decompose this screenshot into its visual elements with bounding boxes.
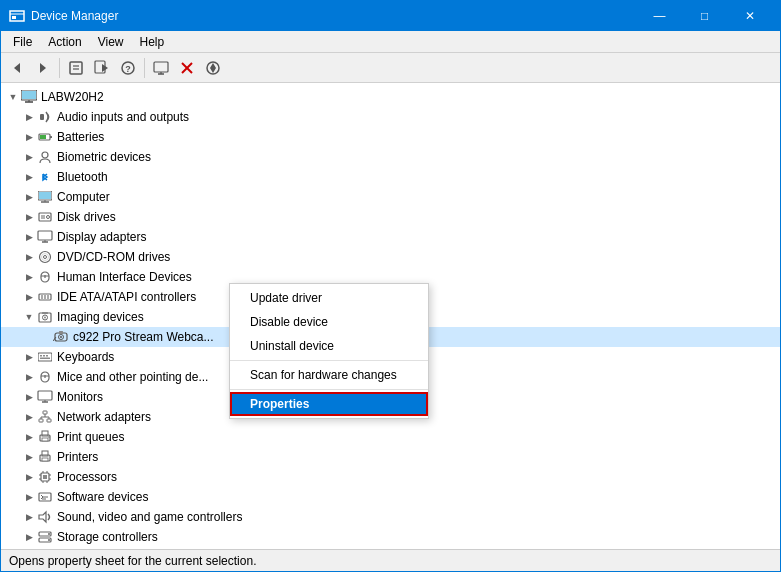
tree-item-batteries[interactable]: ▶ Batteries xyxy=(1,127,780,147)
batteries-label: Batteries xyxy=(57,130,104,144)
batteries-expand-icon: ▶ xyxy=(21,129,37,145)
svg-marker-4 xyxy=(40,63,46,73)
tree-view[interactable]: ▼ LABW20H2 ▶ xyxy=(1,83,780,549)
menu-view[interactable]: View xyxy=(90,33,132,51)
svg-rect-48 xyxy=(47,295,49,299)
close-button[interactable]: ✕ xyxy=(727,1,772,31)
svg-point-33 xyxy=(47,216,50,219)
svg-point-99 xyxy=(48,533,50,535)
context-menu-separator-2 xyxy=(230,389,428,390)
svg-point-100 xyxy=(48,539,50,541)
computer-expand-icon: ▶ xyxy=(21,189,37,205)
webcam-icon xyxy=(53,329,69,345)
keyboards-expand-icon: ▶ xyxy=(21,349,37,365)
print-expand-icon: ▶ xyxy=(21,429,37,445)
context-menu-update[interactable]: Update driver xyxy=(230,286,428,310)
window-title: Device Manager xyxy=(31,9,118,23)
svg-rect-12 xyxy=(154,62,168,72)
maximize-button[interactable]: □ xyxy=(682,1,727,31)
hid-icon xyxy=(37,269,53,285)
menu-action[interactable]: Action xyxy=(40,33,89,51)
biometric-expand-icon: ▶ xyxy=(21,149,37,165)
menu-file[interactable]: File xyxy=(5,33,40,51)
toolbar-properties[interactable] xyxy=(64,56,88,80)
svg-rect-29 xyxy=(39,192,51,199)
tree-item-display[interactable]: ▶ Display adapters xyxy=(1,227,780,247)
tree-item-computer[interactable]: ▶ Computer xyxy=(1,187,780,207)
toolbar: ? xyxy=(1,53,780,83)
context-menu-properties[interactable]: Properties xyxy=(230,392,428,416)
toolbar-scan[interactable] xyxy=(201,56,225,80)
bluetooth-label: Bluetooth xyxy=(57,170,108,184)
imaging-expand-icon: ▼ xyxy=(21,309,37,325)
root-computer-icon xyxy=(21,89,37,105)
tree-item-disk[interactable]: ▶ Disk drives xyxy=(1,207,780,227)
tree-root[interactable]: ▼ LABW20H2 xyxy=(1,87,780,107)
tree-item-biometric[interactable]: ▶ Biometric devices xyxy=(1,147,780,167)
tree-item-audio[interactable]: ▶ Audio inputs and outputs xyxy=(1,107,780,127)
status-text: Opens property sheet for the current sel… xyxy=(9,554,256,568)
computer-icon xyxy=(37,189,53,205)
svg-rect-25 xyxy=(40,135,46,139)
tree-item-software[interactable]: ▶ Software devices xyxy=(1,487,780,507)
disk-expand-icon: ▶ xyxy=(21,209,37,225)
printers-expand-icon: ▶ xyxy=(21,449,37,465)
root-label: LABW20H2 xyxy=(41,90,104,104)
svg-rect-82 xyxy=(42,458,48,461)
svg-rect-51 xyxy=(42,312,48,314)
svg-rect-71 xyxy=(47,419,51,422)
svg-rect-62 xyxy=(40,358,50,360)
webcam-expand-icon xyxy=(37,329,53,345)
software-icon xyxy=(37,489,53,505)
svg-point-55 xyxy=(60,336,62,338)
display-label: Display adapters xyxy=(57,230,146,244)
network-expand-icon: ▶ xyxy=(21,409,37,425)
menu-help[interactable]: Help xyxy=(132,33,173,51)
tree-item-sound[interactable]: ▶ Sound, video and game controllers xyxy=(1,507,780,527)
sound-icon xyxy=(37,509,53,525)
toolbar-remove[interactable] xyxy=(175,56,199,80)
svg-marker-3 xyxy=(14,63,20,73)
context-menu-disable[interactable]: Disable device xyxy=(230,310,428,334)
toolbar-update[interactable] xyxy=(90,56,114,80)
ide-label: IDE ATA/ATAPI controllers xyxy=(57,290,196,304)
svg-point-79 xyxy=(48,436,50,438)
biometric-label: Biometric devices xyxy=(57,150,151,164)
svg-rect-60 xyxy=(43,355,45,357)
tree-item-processors[interactable]: ▶ Processors xyxy=(1,467,780,487)
svg-rect-23 xyxy=(40,114,44,120)
svg-rect-5 xyxy=(70,62,82,74)
minimize-button[interactable]: — xyxy=(637,1,682,31)
toolbar-forward[interactable] xyxy=(31,56,55,80)
tree-item-bluetooth[interactable]: ▶ Bluetooth xyxy=(1,167,780,187)
toolbar-separator-2 xyxy=(144,58,145,78)
tree-item-print[interactable]: ▶ Print queues xyxy=(1,427,780,447)
svg-rect-20 xyxy=(22,91,36,99)
mice-label: Mice and other pointing de... xyxy=(57,370,208,384)
tree-item-printers[interactable]: ▶ Printers xyxy=(1,447,780,467)
svg-point-40 xyxy=(44,256,47,259)
svg-rect-70 xyxy=(39,419,43,422)
display-icon xyxy=(37,229,53,245)
audio-icon xyxy=(37,109,53,125)
webcam-label: c922 Pro Stream Webca... xyxy=(73,330,214,344)
svg-rect-26 xyxy=(50,136,52,138)
storage-icon xyxy=(37,529,53,545)
context-menu-scan[interactable]: Scan for hardware changes xyxy=(230,363,428,387)
toolbar-monitor[interactable] xyxy=(149,56,173,80)
printers-label: Printers xyxy=(57,450,98,464)
print-icon xyxy=(37,429,53,445)
status-bar: Opens property sheet for the current sel… xyxy=(1,549,780,571)
toolbar-back[interactable] xyxy=(5,56,29,80)
toolbar-help[interactable]: ? xyxy=(116,56,140,80)
tree-item-system[interactable]: ▶ System devices xyxy=(1,547,780,549)
context-menu-separator-1 xyxy=(230,360,428,361)
processors-label: Processors xyxy=(57,470,117,484)
context-menu-uninstall[interactable]: Uninstall device xyxy=(230,334,428,358)
title-bar: Device Manager — □ ✕ xyxy=(1,1,780,31)
svg-point-41 xyxy=(42,254,49,261)
software-expand-icon: ▶ xyxy=(21,489,37,505)
hid-expand-icon: ▶ xyxy=(21,269,37,285)
tree-item-storage[interactable]: ▶ Storage controllers xyxy=(1,527,780,547)
tree-item-dvd[interactable]: ▶ DVD/CD-ROM drives xyxy=(1,247,780,267)
